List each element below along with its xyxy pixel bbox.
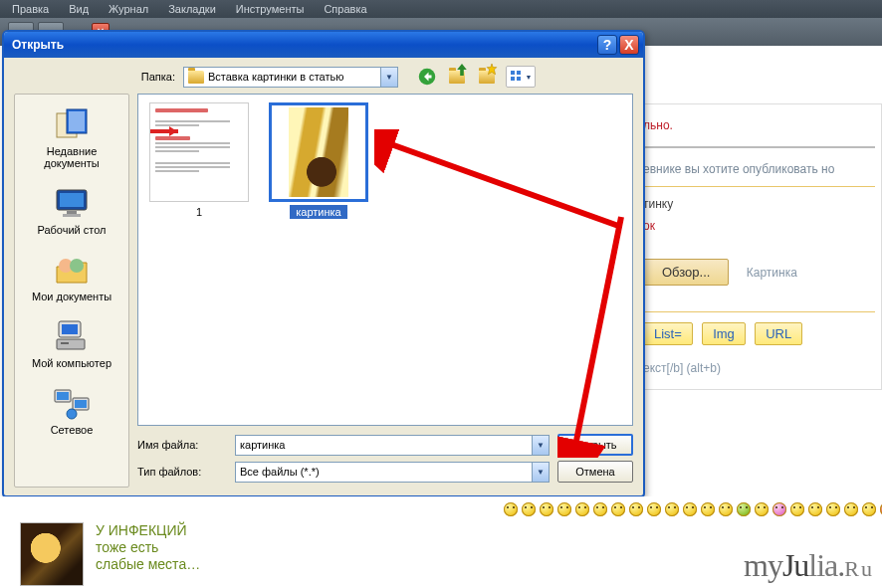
emoji-icon[interactable] bbox=[772, 502, 786, 516]
svg-point-13 bbox=[70, 259, 84, 273]
help-button[interactable]: ? bbox=[597, 35, 617, 55]
bg-text-red: льно. bbox=[643, 114, 875, 136]
lookin-label: Папка: bbox=[133, 71, 175, 83]
emoji-icon[interactable] bbox=[629, 502, 643, 516]
menu-item[interactable]: Закладки bbox=[168, 3, 216, 15]
chevron-down-icon[interactable]: ▼ bbox=[532, 463, 549, 482]
emoji-icon[interactable] bbox=[737, 502, 751, 516]
cancel-button[interactable]: Отмена bbox=[557, 461, 633, 483]
chevron-down-icon[interactable]: ▼ bbox=[532, 436, 549, 455]
place-label: Рабочий стол bbox=[37, 224, 106, 236]
emoji-icon[interactable] bbox=[504, 502, 518, 516]
view-menu-button[interactable]: ▼ bbox=[506, 66, 536, 88]
menu-item[interactable]: Правка bbox=[12, 3, 49, 15]
filename-label: Имя файла: bbox=[137, 439, 227, 451]
places-bar: Недавние документы Рабочий стол Мои доку… bbox=[14, 94, 129, 488]
divider bbox=[643, 146, 875, 148]
back-button[interactable] bbox=[416, 66, 438, 88]
filename-value: картинка bbox=[240, 439, 285, 451]
open-button[interactable]: Открыть bbox=[557, 434, 633, 456]
place-network[interactable]: Сетевое bbox=[19, 379, 124, 442]
site-logo: myJulia.Ru bbox=[744, 547, 874, 584]
folder-icon bbox=[188, 71, 204, 84]
svg-rect-17 bbox=[61, 342, 69, 344]
svg-rect-19 bbox=[57, 392, 69, 400]
emoji-icon[interactable] bbox=[522, 502, 536, 516]
browse-hint: Картинка bbox=[747, 266, 797, 280]
emoji-icon[interactable] bbox=[575, 502, 589, 516]
bg-text-red: ок bbox=[643, 215, 875, 237]
mydocs-icon bbox=[52, 252, 92, 288]
dialog-titlebar[interactable]: Открыть ? X bbox=[4, 32, 643, 58]
page-footer: У ИНФЕКЦИЙ тоже есть слабые места… myJul… bbox=[0, 496, 882, 588]
close-button[interactable]: X bbox=[619, 35, 639, 55]
svg-rect-4 bbox=[517, 77, 521, 81]
filetype-select[interactable]: Все файлы (*.*) ▼ bbox=[235, 462, 550, 483]
emoji-icon[interactable] bbox=[826, 502, 840, 516]
place-mycomputer[interactable]: Мой компьютер bbox=[19, 312, 124, 375]
place-label: Мой компьютер bbox=[32, 357, 111, 369]
promo-text: У ИНФЕКЦИЙ тоже есть слабые места… bbox=[96, 522, 200, 573]
menu-item[interactable]: Вид bbox=[69, 3, 89, 15]
svg-rect-11 bbox=[63, 214, 81, 217]
svg-rect-9 bbox=[60, 193, 84, 207]
place-label: Мои документы bbox=[32, 291, 111, 302]
place-label: Недавние документы bbox=[21, 145, 122, 169]
up-folder-button[interactable] bbox=[446, 66, 468, 88]
emoji-icon[interactable] bbox=[719, 502, 733, 516]
svg-rect-7 bbox=[69, 111, 85, 131]
chevron-down-icon: ▼ bbox=[526, 74, 533, 81]
emoji-icon[interactable] bbox=[557, 502, 571, 516]
filename-input[interactable]: картинка ▼ bbox=[235, 435, 550, 456]
emoji-icon[interactable] bbox=[862, 502, 876, 516]
emoji-icon[interactable] bbox=[665, 502, 679, 516]
file-thumbnail bbox=[269, 102, 368, 202]
dialog-title: Открыть bbox=[12, 38, 64, 52]
emoji-icon[interactable] bbox=[647, 502, 661, 516]
tag-list-button[interactable]: List= bbox=[643, 322, 693, 345]
chevron-down-icon[interactable]: ▼ bbox=[380, 68, 397, 87]
svg-rect-15 bbox=[62, 324, 78, 334]
tag-img-button[interactable]: Img bbox=[702, 322, 746, 345]
emoji-icon[interactable] bbox=[611, 502, 625, 516]
file-label: картинка bbox=[290, 205, 346, 219]
app-menubar: Правка Вид Журнал Закладки Инструменты С… bbox=[0, 0, 882, 18]
place-mydocs[interactable]: Мои документы bbox=[19, 246, 124, 308]
place-recent[interactable]: Недавние документы bbox=[19, 100, 124, 175]
file-item-doc[interactable]: 1 bbox=[146, 102, 252, 219]
place-desktop[interactable]: Рабочий стол bbox=[19, 179, 124, 242]
divider bbox=[643, 186, 875, 187]
file-thumbnail bbox=[149, 102, 249, 202]
recent-icon bbox=[52, 106, 92, 142]
menu-item[interactable]: Журнал bbox=[109, 3, 148, 15]
bg-text: евнике вы хотите опубликовать но bbox=[643, 158, 875, 180]
browse-button[interactable]: Обзор... bbox=[643, 259, 729, 286]
emoji-icon[interactable] bbox=[844, 502, 858, 516]
lookin-value: Вставка картинки в статью bbox=[208, 71, 343, 83]
file-list[interactable]: 1 картинка bbox=[137, 94, 633, 426]
desktop-icon bbox=[52, 185, 92, 221]
svg-rect-3 bbox=[511, 77, 515, 81]
menu-item[interactable]: Справка bbox=[324, 3, 366, 15]
promo-block[interactable]: У ИНФЕКЦИЙ тоже есть слабые места… bbox=[20, 522, 279, 586]
computer-icon bbox=[52, 318, 92, 354]
lookin-combo[interactable]: Вставка картинки в статью ▼ bbox=[183, 67, 398, 88]
emoji-icon[interactable] bbox=[593, 502, 607, 516]
bg-text: тинку bbox=[643, 193, 875, 215]
promo-image bbox=[20, 522, 84, 586]
file-label: 1 bbox=[190, 205, 208, 219]
emoji-icon[interactable] bbox=[683, 502, 697, 516]
tag-url-button[interactable]: URL bbox=[755, 322, 802, 345]
new-folder-button[interactable] bbox=[476, 66, 498, 88]
svg-rect-2 bbox=[517, 71, 521, 75]
divider bbox=[643, 311, 875, 312]
emoji-icon[interactable] bbox=[755, 502, 769, 516]
file-item-image[interactable]: картинка bbox=[266, 102, 371, 219]
network-icon bbox=[52, 385, 92, 421]
emoji-icon[interactable] bbox=[540, 502, 553, 516]
emoji-icon[interactable] bbox=[808, 502, 822, 516]
bbcode-hint: екст[/b] (alt+b) bbox=[643, 357, 875, 379]
menu-item[interactable]: Инструменты bbox=[236, 3, 305, 15]
emoji-icon[interactable] bbox=[701, 502, 715, 516]
emoji-icon[interactable] bbox=[790, 502, 804, 516]
